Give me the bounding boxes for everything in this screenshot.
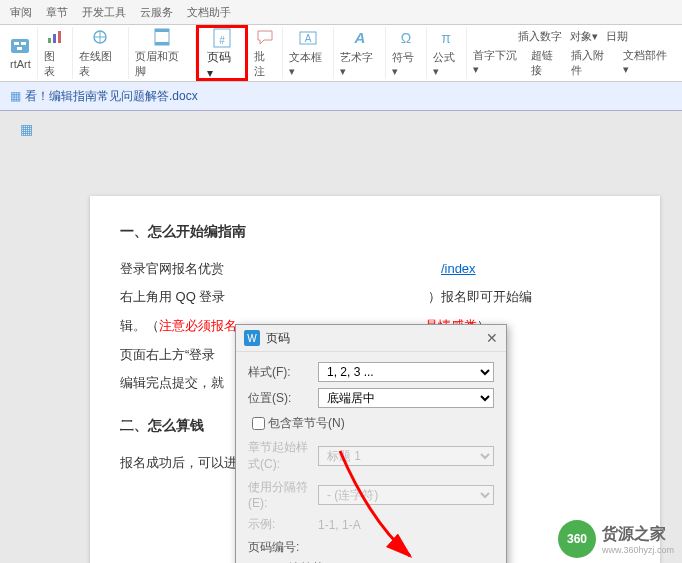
separator-select: - (连字符) <box>318 485 494 505</box>
header-footer-icon <box>152 27 172 47</box>
page-number-icon: # <box>211 27 233 49</box>
ribbon-more: 插入数字 对象▾ 日期 首字下沉▾ 超链接 插入附件 文档部件▾ <box>467 27 678 79</box>
ribbon-artword[interactable]: A 艺术字▾ <box>334 27 386 79</box>
link-index[interactable]: /index <box>441 261 476 276</box>
svg-text:A: A <box>353 31 365 45</box>
page-number-dialog: W 页码 ✕ 样式(F): 1, 2, 3 ... 位置(S): 底端居中 包含… <box>235 324 507 563</box>
red-warning: 注意必须报名 <box>159 318 237 333</box>
ribbon-object[interactable]: 对象▾ <box>570 29 598 44</box>
ribbon-textbox[interactable]: A 文本框▾ <box>283 27 335 79</box>
menu-tab-bar: 审阅 章节 开发工具 云服务 文档助手 <box>0 0 682 25</box>
ribbon: rtArt 图表 在线图表 页眉和页脚 # 页码▾ 批注 A 文本框▾ A 艺术… <box>0 25 682 82</box>
svg-text:π: π <box>442 31 452 45</box>
artword-icon: A <box>350 28 370 48</box>
ribbon-insert-number[interactable]: 插入数字 <box>518 29 562 44</box>
doc-tab-label: 看！编辑指南常见问题解答.docx <box>25 88 198 105</box>
tab-cloud[interactable]: 云服务 <box>140 5 173 20</box>
ribbon-dropcap[interactable]: 首字下沉▾ <box>473 48 522 78</box>
ribbon-formula[interactable]: π 公式▾ <box>427 27 468 79</box>
svg-text:Ω: Ω <box>401 31 411 45</box>
tab-review[interactable]: 审阅 <box>10 5 32 20</box>
comment-icon <box>255 27 275 47</box>
symbol-icon: Ω <box>396 28 416 48</box>
ribbon-date[interactable]: 日期 <box>606 29 628 44</box>
close-icon[interactable]: ✕ <box>486 330 498 346</box>
ribbon-chart[interactable]: 图表 <box>38 27 73 79</box>
online-chart-icon <box>90 27 110 47</box>
numbering-label: 页码编号: <box>248 539 494 556</box>
separator-label: 使用分隔符(E): <box>248 479 318 510</box>
word-doc-icon: ▦ <box>20 121 33 137</box>
dialog-titlebar: W 页码 ✕ <box>236 325 506 352</box>
ribbon-comment[interactable]: 批注 <box>248 27 283 79</box>
textbox-icon: A <box>298 28 318 48</box>
tab-helper[interactable]: 文档助手 <box>187 5 231 20</box>
position-label: 位置(S): <box>248 390 318 407</box>
ribbon-online-chart[interactable]: 在线图表 <box>73 27 130 79</box>
svg-text:#: # <box>219 35 225 46</box>
ribbon-attachment[interactable]: 插入附件 <box>571 48 614 78</box>
svg-rect-5 <box>53 34 56 43</box>
svg-rect-1 <box>14 42 19 45</box>
include-chapter-label: 包含章节号(N) <box>268 415 345 432</box>
watermark: 360 货源之家 www.360hyzj.com <box>558 520 674 558</box>
workspace: ▦ 一、怎么开始编指南 登录官网报名优赏____________________… <box>0 111 682 563</box>
formula-icon: π <box>436 28 456 48</box>
ribbon-hyperlink[interactable]: 超链接 <box>531 48 564 78</box>
svg-rect-6 <box>58 31 61 43</box>
watermark-url: www.360hyzj.com <box>602 545 674 555</box>
chapter-style-select: 标题 1 <box>318 446 494 466</box>
svg-text:A: A <box>305 33 312 44</box>
format-label: 样式(F): <box>248 364 318 381</box>
ribbon-smartart[interactable]: rtArt <box>4 27 38 79</box>
include-chapter-checkbox[interactable] <box>252 417 265 430</box>
dialog-title-text: 页码 <box>266 330 290 347</box>
smartart-icon <box>10 36 30 56</box>
svg-rect-4 <box>48 38 51 43</box>
watermark-name: 货源之家 <box>602 524 674 545</box>
wps-icon: W <box>244 330 260 346</box>
ribbon-page-number-highlighted[interactable]: # 页码▾ <box>196 25 248 81</box>
svg-rect-10 <box>155 42 169 45</box>
document-tab[interactable]: ▦ 看！编辑指南常见问题解答.docx <box>0 82 682 111</box>
tab-dev[interactable]: 开发工具 <box>82 5 126 20</box>
svg-rect-2 <box>21 42 26 45</box>
svg-rect-9 <box>155 29 169 32</box>
doc-icon: ▦ <box>10 89 21 103</box>
ribbon-header-footer[interactable]: 页眉和页脚 <box>129 27 196 79</box>
example-value: 1-1, 1-A <box>318 518 361 532</box>
chapter-style-label: 章节起始样式(C): <box>248 439 318 473</box>
chart-icon <box>45 27 65 47</box>
tab-chapter[interactable]: 章节 <box>46 5 68 20</box>
svg-rect-3 <box>17 47 22 50</box>
example-label: 示例: <box>248 516 318 533</box>
svg-rect-0 <box>11 39 29 53</box>
format-select[interactable]: 1, 2, 3 ... <box>318 362 494 382</box>
heading-1: 一、怎么开始编指南 <box>120 216 630 247</box>
watermark-logo: 360 <box>558 520 596 558</box>
ribbon-symbol[interactable]: Ω 符号▾ <box>386 27 427 79</box>
ribbon-doc-part[interactable]: 文档部件▾ <box>623 48 672 78</box>
position-select[interactable]: 底端居中 <box>318 388 494 408</box>
